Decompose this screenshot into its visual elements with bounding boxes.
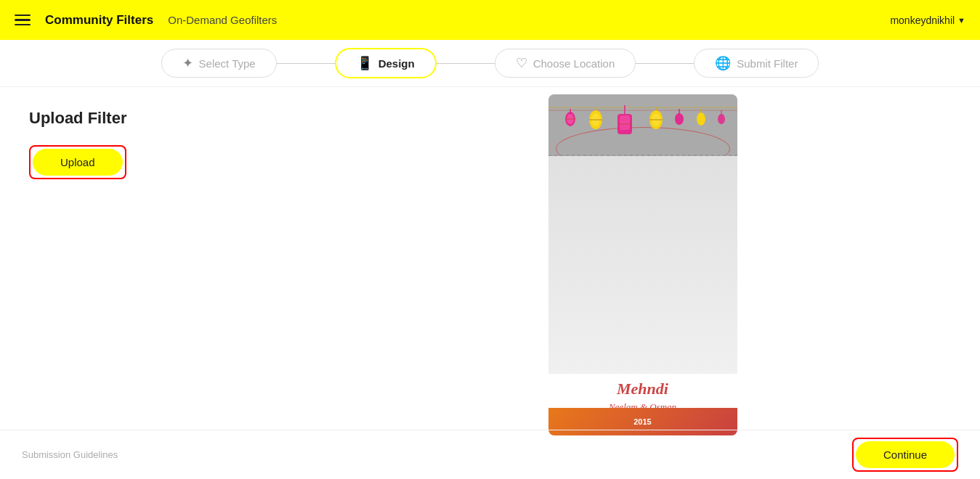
step-choose-location[interactable]: ♡ Choose Location: [495, 49, 636, 78]
username-label: monkeydnikhil: [890, 15, 955, 26]
step-choose-location-label: Choose Location: [533, 57, 615, 70]
app-subtitle: On-Demand Geofilters: [168, 14, 277, 26]
year-label: 2015: [633, 417, 651, 426]
step-design-label: Design: [378, 57, 415, 70]
submission-guidelines-link[interactable]: Submission Guidelines: [22, 449, 118, 460]
continue-button[interactable]: Continue: [856, 441, 955, 468]
user-menu[interactable]: monkeydnikhil ▼: [890, 15, 965, 26]
main-content: Upload Filter Upload: [0, 87, 980, 479]
step-submit-filter[interactable]: 🌐 Submit Filter: [694, 49, 819, 78]
preview-body: [548, 156, 737, 374]
svg-point-19: [675, 113, 684, 125]
step-connector-2: [437, 63, 495, 64]
preview-top: [548, 94, 737, 156]
step-connector-3: [636, 63, 694, 64]
chevron-down-icon: ▼: [957, 16, 965, 25]
submit-icon: 🌐: [715, 55, 731, 71]
design-icon: 📱: [357, 55, 373, 71]
step-select-type-label: Select Type: [199, 57, 256, 70]
step-design[interactable]: 📱 Design: [335, 48, 437, 78]
svg-rect-12: [620, 115, 630, 130]
svg-point-21: [697, 112, 705, 126]
step-submit-filter-label: Submit Filter: [737, 57, 798, 70]
footer: Submission Guidelines Continue: [0, 430, 980, 479]
upload-button[interactable]: Upload: [33, 149, 123, 176]
preview-panel: Mehndi Neelam & Osman 2015: [305, 87, 980, 479]
header-left: Community Filters On-Demand Geofilters: [15, 13, 277, 28]
filter-preview: Mehndi Neelam & Osman 2015: [548, 94, 737, 435]
step-select-type[interactable]: ✦ Select Type: [161, 49, 277, 78]
step-connector-1: [277, 63, 335, 64]
app-title: Community Filters: [45, 13, 153, 28]
preview-bottom: Mehndi Neelam & Osman 2015: [548, 374, 737, 435]
steps-bar: ✦ Select Type 📱 Design ♡ Choose Location…: [0, 40, 980, 87]
header: Community Filters On-Demand Geofilters m…: [0, 0, 980, 40]
upload-filter-title: Upload Filter: [29, 109, 276, 128]
svg-point-23: [718, 114, 725, 124]
upload-button-wrapper: Upload: [29, 145, 126, 179]
location-icon: ♡: [516, 55, 527, 71]
lanterns-svg: [548, 94, 737, 156]
left-panel: Upload Filter Upload: [0, 87, 305, 479]
select-type-icon: ✦: [182, 55, 193, 71]
hamburger-menu-icon[interactable]: [15, 15, 31, 26]
mehndi-text: Mehndi: [617, 380, 668, 398]
continue-button-wrapper: Continue: [852, 438, 958, 472]
